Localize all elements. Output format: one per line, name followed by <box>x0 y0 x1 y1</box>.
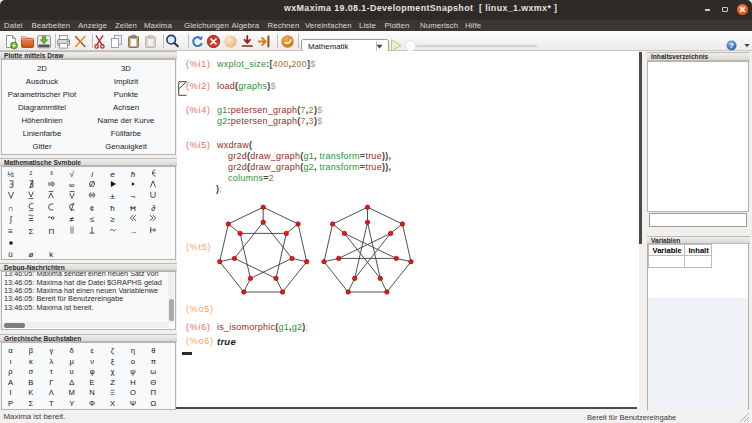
svg-text:?: ? <box>729 41 734 50</box>
